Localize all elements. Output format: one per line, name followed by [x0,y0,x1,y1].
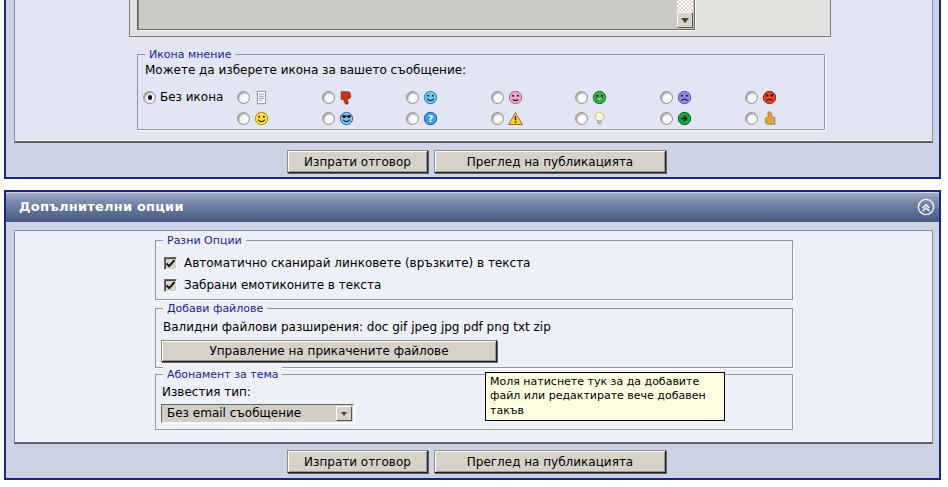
post-icon-radio-thumbs-down[interactable] [322,91,335,104]
reply-panel: Икона мнение Можете да изберете икона за… [4,0,941,179]
post-icon-option [491,110,523,126]
submit-reply-button[interactable]: Изпрати отговор [287,150,428,173]
embarrassed-smiley-icon [508,90,523,105]
notification-type-select[interactable]: Без email съобщение [161,404,354,423]
post-icon-radio-warning[interactable] [491,112,504,125]
panel-header: Допълнителни опции [6,192,939,222]
post-icon-radio-question-smiley[interactable] [406,112,419,125]
editor-area [129,0,831,37]
post-icon-option [745,110,777,126]
post-icon-option: ? [406,110,438,126]
checkbox-label: Автоматично сканирай линковете (връзките… [184,256,530,270]
triangle-down-icon [681,18,689,23]
misc-options-legend: Разни Опции [163,233,246,248]
no-icon-label: Без икона [160,90,223,104]
collapse-up-icon [917,198,935,216]
post-icon-radio-lightbulb[interactable] [575,112,588,125]
misc-option-row: Забрани емотиконите в текста [164,278,381,292]
post-icon-option [575,110,607,126]
post-icon-option [660,89,692,105]
document-icon [254,90,269,105]
notification-type-label: Известия тип: [162,385,251,399]
select-dropdown-button[interactable] [336,406,352,421]
cool-smiley-icon [339,111,354,126]
panel-title: Допълнителни опции [19,199,184,214]
post-icon-fieldset: Икона мнение Можете да изберете икона за… [137,54,825,130]
message-textarea[interactable] [137,0,695,30]
reply-form-area: Икона мнение Можете да изберете икона за… [14,0,933,143]
thumbs-up-icon [762,111,777,126]
manage-attachments-button[interactable]: Управление на прикачените файлове [161,340,497,362]
post-icon-radio-mad-smiley[interactable] [745,91,758,104]
attachment-tooltip: Моля натиснете тук за да добавите файл и… [485,372,725,421]
post-icon-option [745,89,777,105]
misc-option-row: Автоматично сканирай линковете (връзките… [164,256,530,270]
no-icon-option: Без икона [143,89,223,105]
icon-instruction: Можете да изберете икона за вашето съобщ… [145,63,466,77]
page: Икона мнение Можете да изберете икона за… [0,0,948,487]
post-icon-radio-frown-smiley[interactable] [660,91,673,104]
post-icon-option [491,89,523,105]
arrow-right-icon [677,111,692,126]
valid-extensions-text: Валидни файлови разширения: doc gif jpeg… [163,320,551,334]
triangle-down-icon [341,412,347,416]
smile-smiley-icon [254,111,269,126]
thumbs-down-icon [339,90,354,105]
post-icon-option [322,110,354,126]
post-icon-option [322,89,354,105]
post-icon-option [237,110,269,126]
svg-text:?: ? [428,113,434,124]
post-icon-option [237,89,269,105]
post-icon-radio-biggrin-smiley[interactable] [575,91,588,104]
parse-links-checkbox[interactable] [164,257,177,270]
notification-type-value: Без email съобщение [167,406,301,420]
collapse-button[interactable] [917,198,935,216]
lightbulb-icon [592,111,607,126]
post-icon-radio-smile-smiley[interactable] [237,112,250,125]
post-icon-option [575,89,607,105]
misc-options-fieldset: Разни Опции Автоматично сканирай линкове… [155,240,793,300]
post-icon-legend: Икона мнение [145,47,235,62]
post-icon-option [406,89,438,105]
post-icon-radio-cool-smiley[interactable] [322,112,335,125]
checkbox-label: Забрани емотиконите в текста [184,278,381,292]
no-icon-radio[interactable] [143,91,156,104]
attach-files-fieldset: Добави файлове Валидни файлови разширени… [155,308,793,368]
disable-smilies-checkbox[interactable] [164,279,177,292]
post-icon-radio-embarrassed-smiley[interactable] [491,91,504,104]
post-icon-radio-thumbs-up[interactable] [745,112,758,125]
post-icon-radio-document[interactable] [237,91,250,104]
biggrin-smiley-icon [592,90,607,105]
question-smiley-icon: ? [423,111,438,126]
mad-smiley-icon [762,90,777,105]
wink-smiley-icon [423,90,438,105]
preview-post-button[interactable]: Преглед на публикацията [434,450,666,473]
post-icon-radio-arrow-right[interactable] [660,112,673,125]
warning-icon [508,111,523,126]
additional-options-panel: Допълнителни опции Разни Опции Автоматич… [4,190,941,480]
scroll-down-button[interactable] [677,12,693,28]
frown-smiley-icon [677,90,692,105]
preview-post-button[interactable]: Преглед на публикацията [434,150,666,173]
editor-scrollbar[interactable] [677,0,693,28]
thread-subscription-legend: Абонамент за тема [163,367,282,382]
post-icon-radio-wink-smiley[interactable] [406,91,419,104]
attach-files-legend: Добави файлове [163,301,267,316]
submit-reply-button[interactable]: Изпрати отговор [287,450,428,473]
post-icon-option [660,110,692,126]
